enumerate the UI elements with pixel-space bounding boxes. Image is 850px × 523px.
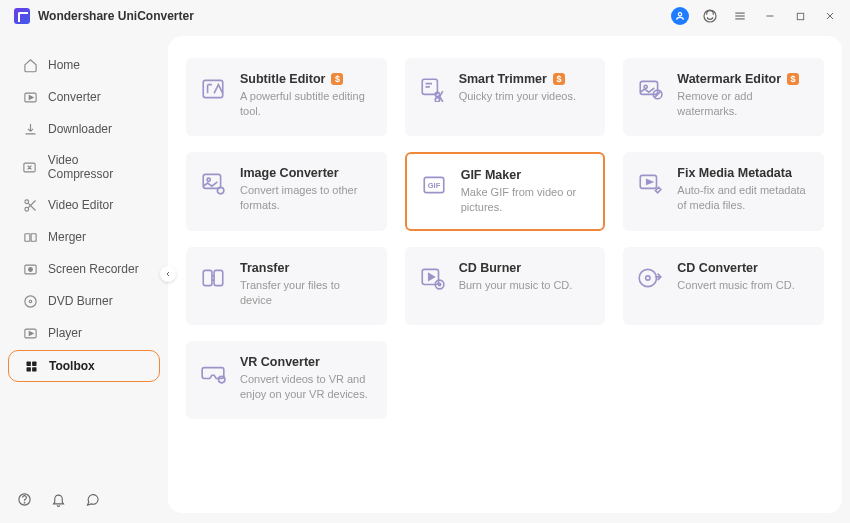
- tool-cd-burner[interactable]: CD Burner Burn your music to CD.: [405, 247, 606, 325]
- svg-point-1: [704, 10, 716, 22]
- card-desc: Auto-fix and edit metadata of media file…: [677, 183, 812, 213]
- minimize-button[interactable]: [760, 6, 780, 26]
- main: Home Converter Downloader Video Compress…: [0, 32, 850, 523]
- home-icon: [22, 57, 38, 73]
- transfer-icon: [200, 265, 226, 291]
- card-body: GIF Maker Make GIF from video or picture…: [461, 168, 592, 215]
- card-title: Fix Media Metadata: [677, 166, 812, 180]
- sidebar-item-recorder[interactable]: Screen Recorder: [8, 254, 160, 284]
- svg-rect-6: [797, 13, 803, 19]
- tool-image-converter[interactable]: Image Converter Convert images to other …: [186, 152, 387, 231]
- card-body: Smart Trimmer$ Quicky trim your videos.: [459, 72, 594, 122]
- account-button[interactable]: [670, 6, 690, 26]
- sidebar-item-merger[interactable]: Merger: [8, 222, 160, 252]
- svg-point-0: [678, 13, 681, 16]
- record-icon: [22, 261, 38, 277]
- card-title: Subtitle Editor$: [240, 72, 375, 86]
- tool-watermark-editor[interactable]: Watermark Editor$ Remove or add watermar…: [623, 58, 824, 136]
- tool-fix-metadata[interactable]: Fix Media Metadata Auto-fix and edit met…: [623, 152, 824, 231]
- scissors-icon: [22, 197, 38, 213]
- svg-point-53: [646, 276, 650, 280]
- svg-rect-26: [26, 367, 30, 371]
- svg-point-21: [29, 300, 32, 303]
- sidebar-item-label: Home: [48, 58, 80, 72]
- title-left: Wondershare UniConverter: [14, 8, 194, 24]
- sidebar-item-downloader[interactable]: Downloader: [8, 114, 160, 144]
- tool-gif-maker[interactable]: GIF GIF Maker Make GIF from video or pic…: [405, 152, 606, 231]
- image-convert-icon: [200, 170, 226, 196]
- sidebar-item-toolbox[interactable]: Toolbox: [8, 350, 160, 382]
- sidebar-item-label: Player: [48, 326, 82, 340]
- svg-rect-16: [24, 233, 29, 241]
- card-title: CD Converter: [677, 261, 812, 275]
- svg-marker-49: [428, 273, 433, 280]
- premium-badge-icon: $: [787, 73, 799, 85]
- card-desc: Convert images to other formats.: [240, 183, 375, 213]
- card-title: GIF Maker: [461, 168, 592, 182]
- sidebar-item-player[interactable]: Player: [8, 318, 160, 348]
- sidebar-item-label: Converter: [48, 90, 101, 104]
- titlebar: Wondershare UniConverter: [0, 0, 850, 32]
- tool-smart-trimmer[interactable]: Smart Trimmer$ Quicky trim your videos.: [405, 58, 606, 136]
- tool-vr-converter[interactable]: VR Converter Convert videos to VR and en…: [186, 341, 387, 419]
- card-body: Watermark Editor$ Remove or add watermar…: [677, 72, 812, 122]
- svg-point-51: [438, 283, 440, 285]
- sidebar: Home Converter Downloader Video Compress…: [0, 32, 168, 523]
- svg-rect-46: [203, 270, 212, 285]
- tool-cd-converter[interactable]: CD Converter Convert music from CD.: [623, 247, 824, 325]
- sidebar-item-dvd[interactable]: DVD Burner: [8, 286, 160, 316]
- card-body: Image Converter Convert images to other …: [240, 166, 375, 217]
- card-title: Transfer: [240, 261, 375, 275]
- menu-button[interactable]: [730, 6, 750, 26]
- collapse-sidebar-button[interactable]: [160, 266, 176, 282]
- svg-point-20: [24, 295, 35, 306]
- close-button[interactable]: [820, 6, 840, 26]
- help-button[interactable]: [14, 489, 34, 509]
- card-body: Subtitle Editor$ A powerful subtitle edi…: [240, 72, 375, 122]
- card-title: Watermark Editor$: [677, 72, 812, 86]
- title-controls: [670, 6, 840, 26]
- play-icon: [22, 325, 38, 341]
- cd-convert-icon: [637, 265, 663, 291]
- support-button[interactable]: [700, 6, 720, 26]
- card-body: Transfer Transfer your files to device: [240, 261, 375, 311]
- maximize-button[interactable]: [790, 6, 810, 26]
- notifications-button[interactable]: [48, 489, 68, 509]
- gif-icon: GIF: [421, 172, 447, 198]
- svg-text:GIF: GIF: [427, 181, 440, 190]
- card-body: Fix Media Metadata Auto-fix and edit met…: [677, 166, 812, 217]
- svg-rect-25: [32, 361, 36, 365]
- card-title: VR Converter: [240, 355, 375, 369]
- premium-badge-icon: $: [331, 73, 343, 85]
- app-logo-icon: [14, 8, 30, 24]
- sidebar-item-compressor[interactable]: Video Compressor: [8, 146, 160, 188]
- vr-icon: [200, 359, 226, 385]
- sidebar-nav: Home Converter Downloader Video Compress…: [0, 48, 168, 489]
- sidebar-bottom: [0, 489, 168, 515]
- grid-icon: [23, 358, 39, 374]
- premium-badge-icon: $: [553, 73, 565, 85]
- svg-point-12: [24, 199, 28, 203]
- card-desc: Burn your music to CD.: [459, 278, 594, 293]
- svg-point-52: [639, 269, 656, 286]
- svg-rect-17: [31, 233, 36, 241]
- card-body: CD Burner Burn your music to CD.: [459, 261, 594, 311]
- card-title: CD Burner: [459, 261, 594, 275]
- card-title: Smart Trimmer$: [459, 72, 594, 86]
- svg-marker-45: [647, 180, 652, 184]
- feedback-button[interactable]: [82, 489, 102, 509]
- disc-icon: [22, 293, 38, 309]
- download-icon: [22, 121, 38, 137]
- cd-burn-icon: [419, 265, 445, 291]
- card-desc: A powerful subtitle editing tool.: [240, 89, 375, 119]
- tool-transfer[interactable]: Transfer Transfer your files to device: [186, 247, 387, 325]
- card-desc: Convert music from CD.: [677, 278, 812, 293]
- sidebar-item-label: Merger: [48, 230, 86, 244]
- svg-point-19: [28, 267, 32, 271]
- tool-subtitle-editor[interactable]: Subtitle Editor$ A powerful subtitle edi…: [186, 58, 387, 136]
- sidebar-item-editor[interactable]: Video Editor: [8, 190, 160, 220]
- converter-icon: [22, 89, 38, 105]
- merge-icon: [22, 229, 38, 245]
- sidebar-item-home[interactable]: Home: [8, 50, 160, 80]
- sidebar-item-converter[interactable]: Converter: [8, 82, 160, 112]
